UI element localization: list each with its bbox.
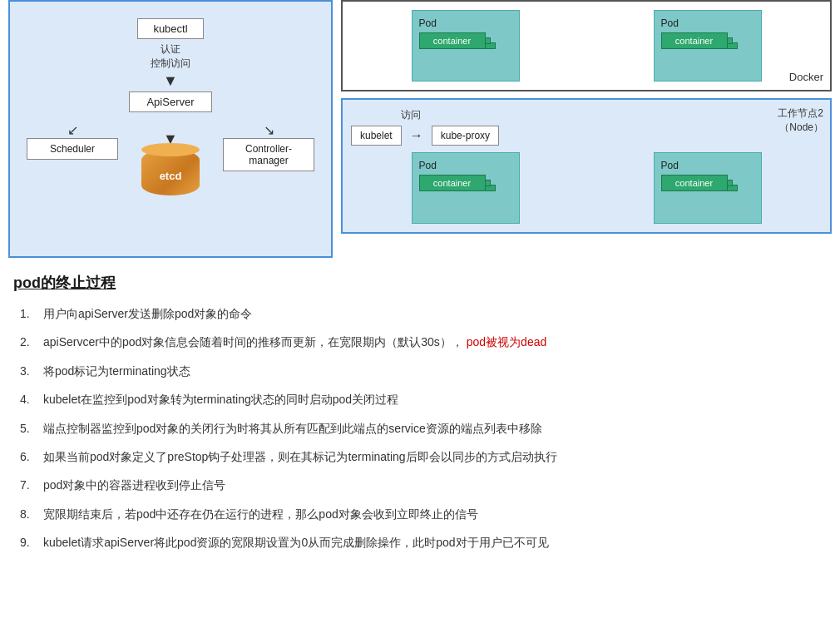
- docker-pod-row: Pod container Pod container: [351, 10, 822, 82]
- scheduler-label: Scheduler: [50, 143, 95, 155]
- node-container-card-1-1: container: [419, 175, 486, 191]
- docker-panel: Pod container Pod container: [341, 0, 832, 91]
- content-area: pod的终止过程 1. 用户向apiServer发送删除pod对象的命令 2. …: [0, 273, 840, 579]
- list-num-1: 1.: [20, 304, 43, 323]
- kubeproxy-label: kube-proxy: [441, 130, 490, 141]
- list-text-2-highlight: pod被视为dead: [467, 335, 547, 349]
- pod-block-1: Pod container: [412, 10, 520, 82]
- docker-label: Docker: [789, 71, 823, 83]
- control-plane-inner: kubectl 认证控制访问 ▼ ApiServer ↙ Scheduler: [27, 18, 314, 202]
- pod-block-2: Pod container: [654, 10, 762, 82]
- apiserver-label: ApiServer: [146, 96, 194, 108]
- list-text-6: 如果当前pod对象定义了preStop钩子处理器，则在其标记为terminati…: [43, 447, 827, 466]
- node-pod-block-2: Pod container: [654, 152, 762, 224]
- node-pod-block-1: Pod container: [412, 152, 520, 224]
- list-text-5: 端点控制器监控到pod对象的关闭行为时将其从所有匹配到此端点的service资源…: [43, 419, 827, 438]
- list-item-7: 7. pod对象中的容器进程收到停止信号: [20, 476, 827, 494]
- list-num-5: 5.: [20, 419, 43, 438]
- controller-label: Controller-manager: [245, 143, 292, 166]
- list-num-6: 6.: [20, 447, 43, 466]
- list-item-9: 9. kubelet请求apiServer将此pod资源的宽限期设置为0从而完成…: [20, 533, 827, 551]
- list-item-5: 5. 端点控制器监控到pod对象的关闭行为时将其从所有匹配到此端点的servic…: [20, 419, 827, 438]
- scheduler-box: Scheduler: [27, 138, 118, 160]
- list-num-8: 8.: [20, 505, 43, 523]
- list-num-4: 4.: [20, 390, 43, 408]
- container-stack-2: container: [661, 32, 754, 74]
- pod-title-2: Pod: [661, 17, 754, 29]
- etcd-label: etcd: [160, 170, 182, 182]
- node-container-stack-1: container: [419, 175, 512, 216]
- list-item-4: 4. kubelet在监控到pod对象转为terminating状态的同时启动p…: [20, 390, 827, 408]
- node-pod-row: Pod container Pod container: [351, 152, 822, 224]
- arrow-down-kubectl: ▼: [163, 72, 178, 90]
- container-card-1-1: container: [419, 32, 486, 49]
- kubelet-label: kubelet: [360, 130, 393, 141]
- list-text-4: kubelet在监控到pod对象转为terminating状态的同时启动pod关…: [43, 390, 827, 408]
- right-panels: Pod container Pod container: [341, 0, 832, 258]
- list-text-9: kubelet请求apiServer将此pod资源的宽限期设置为0从而完成删除操…: [43, 533, 827, 551]
- list-item-2: 2. apiServcer中的pod对象信息会随着时间的推移而更新，在宽限期内（…: [20, 333, 827, 351]
- kubeproxy-box: kube-proxy: [432, 126, 499, 146]
- access-arrow: →: [410, 128, 423, 143]
- node-pod-title-1: Pod: [419, 160, 512, 171]
- controller-box: Controller-manager: [223, 138, 314, 171]
- kubelet-row: kubelet → kube-proxy: [351, 126, 822, 146]
- list-text-7: pod对象中的容器进程收到停止信号: [43, 476, 827, 494]
- list-container: 1. 用户向apiServer发送删除pod对象的命令 2. apiServce…: [13, 304, 827, 552]
- list-item-1: 1. 用户向apiServer发送删除pod对象的命令: [20, 304, 827, 323]
- auth-label: 认证控制访问: [151, 42, 190, 71]
- list-item-8: 8. 宽限期结束后，若pod中还存在仍在运行的进程，那么pod对象会收到立即终止…: [20, 505, 827, 523]
- list-text-2-before: apiServcer中的pod对象信息会随着时间的推移而更新，在宽限期内（默认3…: [43, 335, 463, 349]
- container-stack-1: container: [419, 32, 512, 74]
- left-panel: kubectl 认证控制访问 ▼ ApiServer ↙ Scheduler: [8, 0, 333, 258]
- list-num-7: 7.: [20, 476, 43, 494]
- list-num-3: 3.: [20, 362, 43, 380]
- list-num-2: 2.: [20, 333, 43, 351]
- apiserver-box: ApiServer: [129, 91, 212, 112]
- etcd-container: etcd: [133, 150, 208, 195]
- list-text-8: 宽限期结束后，若pod中还存在仍在运行的进程，那么pod对象会收到立即终止的信号: [43, 505, 827, 523]
- kubelet-box: kubelet: [351, 126, 402, 146]
- node-pod-title-2: Pod: [661, 160, 754, 171]
- list-num-9: 9.: [20, 533, 43, 551]
- list-item-6: 6. 如果当前pod对象定义了preStop钩子处理器，则在其标记为termin…: [20, 447, 827, 466]
- diagram-area: kubectl 认证控制访问 ▼ ApiServer ↙ Scheduler: [0, 0, 840, 258]
- node-panel: 工作节点2（Node） 访问 kubelet → kube-proxy Pod: [341, 98, 832, 234]
- page-wrapper: kubectl 认证控制访问 ▼ ApiServer ↙ Scheduler: [0, 0, 840, 579]
- kubectl-box: kubectl: [137, 18, 204, 39]
- node-container-card-2-1: container: [661, 175, 728, 191]
- fangwen-label: 访问: [401, 108, 822, 122]
- etcd-cylinder: etcd: [141, 150, 200, 195]
- list-text-2: apiServcer中的pod对象信息会随着时间的推移而更新，在宽限期内（默认3…: [43, 333, 827, 351]
- list-text-1: 用户向apiServer发送删除pod对象的命令: [43, 304, 827, 323]
- node-container-stack-2: container: [661, 175, 754, 216]
- container-card-2-1: container: [661, 32, 728, 49]
- list-text-3: 将pod标记为terminating状态: [43, 362, 827, 380]
- node-label: 工作节点2（Node）: [778, 106, 823, 135]
- kubectl-label: kubectl: [153, 22, 187, 35]
- section-title: pod的终止过程: [13, 273, 827, 293]
- pod-title-1: Pod: [419, 17, 512, 29]
- list-item-3: 3. 将pod标记为terminating状态: [20, 362, 827, 380]
